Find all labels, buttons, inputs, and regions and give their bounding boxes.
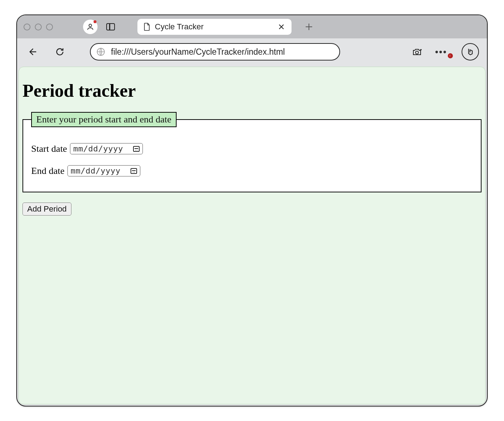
sidebar-toggle-button[interactable] — [106, 23, 115, 30]
browser-window: Cycle Tracker file:///Users/yourN — [16, 14, 488, 407]
window-minimize-button[interactable] — [35, 24, 42, 30]
overflow-menu-button[interactable]: •••↑ — [435, 46, 451, 58]
end-date-placeholder: mm/dd/yyyy — [71, 166, 120, 175]
update-badge-icon: ↑ — [448, 53, 453, 58]
new-tab-button[interactable] — [304, 22, 314, 32]
period-form: Enter your period start and end date Sta… — [22, 112, 482, 216]
page-title: Period tracker — [22, 80, 482, 101]
svg-point-0 — [89, 24, 91, 27]
url-text: file:///Users/yourName/CycleTracker/inde… — [111, 47, 285, 57]
start-date-label: Start date — [31, 143, 67, 154]
window-close-button[interactable] — [24, 24, 30, 30]
start-date-row: Start date mm/dd/yyyy — [31, 143, 473, 154]
fieldset-legend: Enter your period start and end date — [31, 112, 177, 127]
screenshot-button[interactable] — [410, 45, 424, 59]
copilot-button[interactable] — [462, 43, 479, 61]
notification-dot-icon — [94, 20, 96, 23]
end-date-input[interactable]: mm/dd/yyyy — [67, 165, 140, 176]
date-fieldset: Enter your period start and end date Sta… — [22, 112, 482, 192]
file-icon — [143, 22, 150, 31]
calendar-icon[interactable] — [131, 168, 137, 174]
end-date-label: End date — [31, 166, 65, 176]
titlebar: Cycle Tracker — [17, 15, 487, 38]
page-viewport: Period tracker Enter your period start a… — [18, 67, 486, 404]
window-maximize-button[interactable] — [46, 24, 53, 30]
browser-tab[interactable]: Cycle Tracker — [137, 19, 292, 35]
reload-button[interactable] — [53, 45, 67, 59]
start-date-input[interactable]: mm/dd/yyyy — [70, 143, 143, 154]
back-button[interactable] — [25, 45, 40, 59]
end-date-row: End date mm/dd/yyyy — [31, 165, 473, 176]
tab-close-button[interactable] — [276, 22, 286, 32]
toolbar: file:///Users/yourName/CycleTracker/inde… — [17, 38, 487, 65]
profile-button[interactable] — [83, 20, 98, 34]
calendar-icon[interactable] — [133, 146, 140, 152]
globe-icon — [96, 47, 105, 56]
window-controls — [24, 24, 53, 30]
tab-title: Cycle Tracker — [155, 22, 272, 32]
svg-point-2 — [416, 51, 418, 54]
add-period-button[interactable]: Add Period — [22, 203, 71, 216]
start-date-placeholder: mm/dd/yyyy — [73, 144, 123, 153]
address-bar[interactable]: file:///Users/yourName/CycleTracker/inde… — [90, 43, 340, 61]
